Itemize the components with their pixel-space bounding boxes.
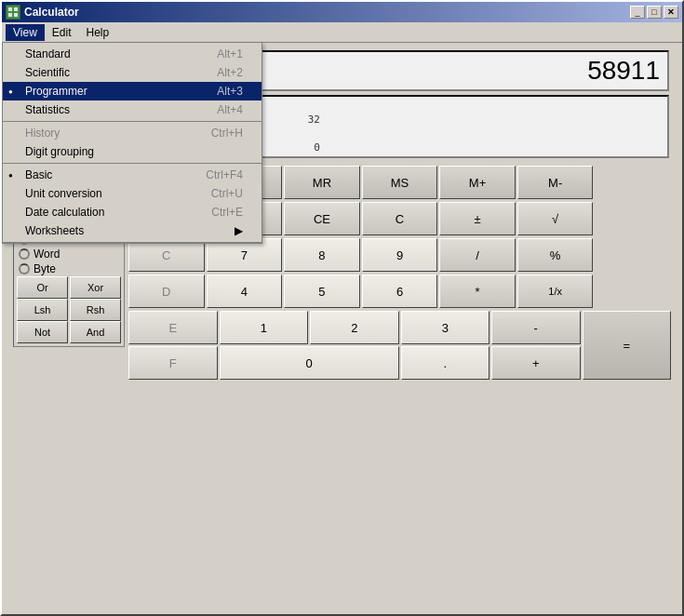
menu-item-unit-conversion[interactable]: Unit conversion Ctrl+U (3, 184, 262, 203)
radio-byte-circle (19, 263, 30, 275)
hex-d-button[interactable]: D (128, 275, 205, 308)
radio-word-label: Word (34, 248, 60, 261)
dropdown-section-tools: ● Basic Ctrl+F4 Unit conversion Ctrl+U D… (3, 164, 262, 243)
and-button[interactable]: And (70, 321, 121, 343)
dropdown-section-history: History Ctrl+H Digit grouping (3, 122, 262, 164)
multiply-button[interactable]: * (439, 275, 516, 308)
decimal-button[interactable]: . (401, 346, 490, 380)
menu-label-standard: Standard (25, 47, 71, 60)
shortcut-unit-conversion: Ctrl+U (183, 187, 243, 200)
menu-item-digit-grouping[interactable]: Digit grouping (3, 142, 262, 161)
menu-label-date-calculation: Date calculation (25, 206, 104, 219)
calculator-window: Calculator _ □ ✕ View Edit Help Standard… (0, 0, 684, 616)
add-button[interactable]: + (491, 346, 581, 380)
mplus-button[interactable]: M+ (439, 166, 516, 199)
svg-rect-2 (8, 13, 12, 17)
menu-label-programmer: Programmer (25, 85, 87, 98)
dropdown-section-modes: Standard Alt+1 Scientific Alt+2 ● Progra… (3, 43, 262, 122)
title-bar: Calculator _ □ ✕ (2, 2, 682, 22)
radio-byte-label: Byte (34, 262, 56, 275)
lsh-rsh-row: Lsh Rsh (17, 299, 121, 321)
radio-word[interactable]: Word (17, 247, 121, 261)
menu-label-worksheets: Worksheets (25, 224, 84, 237)
menu-view[interactable]: View (6, 24, 45, 41)
menu-label-digit-grouping: Digit grouping (25, 145, 94, 158)
btn-4[interactable]: 4 (207, 275, 283, 308)
rsh-button[interactable]: Rsh (70, 299, 121, 321)
shortcut-statistics: Alt+4 (189, 103, 243, 116)
svg-rect-1 (14, 7, 18, 11)
menu-label-basic: Basic (25, 168, 52, 181)
subtract-button[interactable]: - (491, 311, 581, 344)
submenu-arrow-icon: ▶ (235, 224, 243, 237)
not-button[interactable]: Not (17, 321, 68, 343)
menu-bar: View Edit Help (2, 22, 682, 43)
bullet-basic-icon: ● (8, 171, 13, 180)
display-value: 58911 (587, 56, 660, 86)
svg-rect-3 (14, 13, 18, 17)
menu-item-history[interactable]: History Ctrl+H (3, 124, 262, 142)
restore-button[interactable]: □ (647, 6, 662, 19)
or-xor-row: Or Xor (17, 276, 121, 299)
svg-rect-0 (8, 7, 12, 11)
btn-8[interactable]: 8 (284, 238, 360, 272)
close-button[interactable]: ✕ (664, 6, 678, 19)
button-rows-56: E 1 2 3 - = F 0 . + (128, 311, 671, 380)
reciprocal-button[interactable]: 1/x (517, 275, 594, 308)
not-and-row: Not And (17, 321, 121, 343)
minimize-button[interactable]: _ (630, 6, 645, 19)
xor-button[interactable]: Xor (70, 276, 121, 299)
menu-item-statistics[interactable]: Statistics Alt+4 (3, 100, 262, 119)
menu-edit[interactable]: Edit (45, 24, 79, 41)
menu-item-date-calculation[interactable]: Date calculation Ctrl+E (3, 203, 262, 221)
sqrt-button[interactable]: √ (517, 202, 594, 235)
plusminus-button[interactable]: ± (439, 202, 516, 235)
or-button[interactable]: Or (17, 276, 68, 299)
menu-item-basic[interactable]: ● Basic Ctrl+F4 (3, 166, 262, 184)
btn-6[interactable]: 6 (362, 275, 438, 308)
menu-item-scientific[interactable]: Scientific Alt+2 (3, 63, 262, 82)
mr-button[interactable]: MR (284, 166, 360, 199)
menu-label-history: History (25, 127, 60, 140)
menu-label-unit-conversion: Unit conversion (25, 187, 102, 200)
shortcut-history: Ctrl+H (183, 127, 243, 140)
shortcut-programmer: Alt+3 (189, 85, 243, 98)
menu-item-standard[interactable]: Standard Alt+1 (3, 45, 262, 63)
shortcut-standard: Alt+1 (189, 47, 243, 60)
ms-button[interactable]: MS (362, 166, 438, 199)
mminus-button[interactable]: M- (517, 166, 594, 199)
window-title: Calculator (24, 6, 630, 19)
calculator-content: Standard Alt+1 Scientific Alt+2 ● Progra… (2, 43, 682, 614)
btn-3[interactable]: 3 (401, 311, 490, 344)
menu-item-worksheets[interactable]: Worksheets ▶ (3, 221, 262, 240)
shortcut-date-calculation: Ctrl+E (183, 206, 243, 219)
divide-button[interactable]: / (439, 238, 516, 272)
btn-9[interactable]: 9 (362, 238, 438, 272)
equals-button[interactable]: = (583, 311, 672, 380)
hex-f-button[interactable]: F (128, 346, 218, 380)
app-icon (6, 5, 20, 20)
btn-1[interactable]: 1 (220, 311, 309, 344)
menu-label-statistics: Statistics (25, 103, 70, 116)
percent-button[interactable]: % (517, 238, 594, 272)
shortcut-scientific: Alt+2 (189, 66, 243, 79)
menu-item-programmer[interactable]: ● Programmer Alt+3 (3, 82, 262, 100)
btn-5[interactable]: 5 (284, 275, 360, 308)
lsh-button[interactable]: Lsh (17, 299, 68, 321)
button-row-4: D 4 5 6 * 1/x (128, 275, 671, 308)
menu-label-scientific: Scientific (25, 66, 70, 79)
shortcut-basic: Ctrl+F4 (178, 168, 243, 181)
hex-e-button[interactable]: E (128, 311, 218, 344)
c-button[interactable]: C (362, 202, 438, 235)
view-dropdown: Standard Alt+1 Scientific Alt+2 ● Progra… (2, 43, 262, 244)
menu-help[interactable]: Help (78, 24, 116, 41)
radio-word-circle (19, 248, 30, 260)
btn-0[interactable]: 0 (220, 346, 399, 380)
btn-2[interactable]: 2 (310, 311, 399, 344)
bullet-icon: ● (8, 87, 13, 96)
radio-byte[interactable]: Byte (17, 261, 121, 276)
window-controls: _ □ ✕ (630, 6, 678, 19)
ce-button[interactable]: CE (284, 202, 360, 235)
